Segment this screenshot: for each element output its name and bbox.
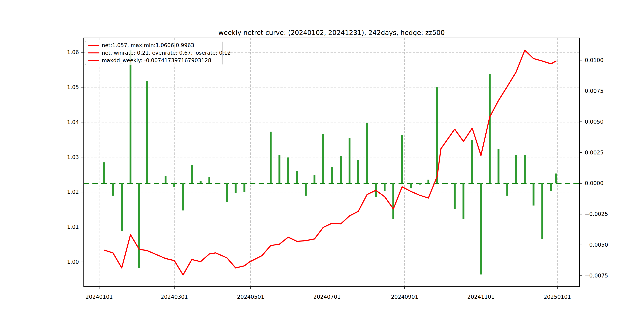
- weekly-return-bar: [287, 158, 289, 183]
- weekly-return-bar: [200, 181, 202, 183]
- weekly-return-bar: [515, 155, 517, 183]
- legend-label-net: net:1.057, max|min:1.0606|0.9963: [102, 42, 194, 48]
- legend: net:1.057, max|min:1.0606|0.9963 net, wi…: [85, 41, 231, 65]
- weekly-return-bar: [164, 176, 166, 183]
- weekly-return-bar: [471, 140, 473, 184]
- weekly-return-bar: [489, 74, 491, 183]
- x-tick-label: 20250101: [544, 294, 571, 300]
- right-tick-label: 0.0075: [585, 88, 604, 94]
- left-tick-label: 1.00: [67, 259, 79, 265]
- chart-title: weekly netret curve: (20240102, 20241231…: [218, 29, 445, 36]
- right-tick-label: 0.0050: [585, 119, 604, 125]
- weekly-return-bar: [349, 138, 350, 183]
- x-tick-label: 20240301: [160, 294, 188, 300]
- weekly-return-bar: [480, 183, 482, 274]
- left-tick-label: 1.01: [67, 224, 79, 230]
- weekly-return-bar: [454, 183, 456, 209]
- chart-canvas: 2024010120240301202405012024070120240901…: [0, 0, 644, 322]
- weekly-return-bar: [226, 183, 228, 202]
- weekly-return-bar: [244, 183, 246, 192]
- weekly-return-bar: [366, 123, 368, 184]
- weekly-return-bar: [121, 183, 123, 231]
- weekly-return-bar: [235, 183, 237, 193]
- weekly-return-bar: [462, 183, 464, 219]
- right-tick-label: −0.0025: [585, 211, 608, 217]
- weekly-return-bar: [401, 135, 403, 184]
- left-tick-label: 1.06: [67, 49, 79, 55]
- weekly-return-bar: [103, 162, 105, 183]
- weekly-return-bar: [130, 50, 132, 183]
- x-tick-label: 20241101: [467, 294, 494, 300]
- weekly-return-bar: [533, 183, 535, 206]
- weekly-return-bar: [208, 177, 210, 183]
- weekly-return-bar: [542, 183, 544, 239]
- x-tick-label: 20240501: [237, 294, 264, 300]
- weekly-return-bar: [550, 183, 552, 190]
- weekly-return-bar: [182, 183, 184, 210]
- weekly-return-bar: [191, 165, 193, 183]
- right-tick-label: −0.0050: [585, 242, 608, 248]
- weekly-return-bar: [498, 149, 500, 183]
- weekly-return-bar: [410, 183, 412, 188]
- weekly-return-bar: [506, 183, 508, 196]
- weekly-return-bar: [392, 183, 394, 219]
- weekly-return-bar: [331, 167, 333, 184]
- right-tick-label: 0.0000: [585, 180, 604, 186]
- legend-label-winrate: net, winrate: 0.21, evenrate: 0.67, lose…: [102, 50, 231, 56]
- right-tick-label: 0.0100: [585, 57, 604, 63]
- weekly-return-bar: [358, 160, 359, 184]
- left-tick-label: 1.05: [67, 84, 79, 90]
- weekly-return-bar: [428, 180, 430, 184]
- weekly-return-bar: [138, 183, 140, 268]
- weekly-return-bar: [270, 132, 272, 183]
- weekly-return-bar: [305, 183, 307, 196]
- weekly-return-bar: [418, 183, 420, 184]
- left-tick-label: 1.02: [67, 189, 79, 195]
- x-tick-label: 20240701: [313, 294, 340, 300]
- right-tick-label: 0.0025: [585, 150, 604, 156]
- weekly-return-bar: [278, 155, 280, 183]
- weekly-return-bar: [146, 81, 148, 183]
- weekly-return-bar: [340, 156, 342, 183]
- weekly-return-bar: [173, 183, 175, 187]
- x-tick-label: 20240901: [391, 294, 418, 300]
- weekly-return-bar: [555, 174, 557, 184]
- weekly-return-bar: [112, 183, 114, 196]
- left-tick-label: 1.03: [67, 154, 79, 160]
- right-tick-label: −0.0075: [585, 272, 608, 279]
- weekly-return-bar: [524, 155, 526, 183]
- weekly-return-bar: [314, 175, 316, 183]
- weekly-return-bar: [322, 134, 324, 184]
- left-tick-label: 1.04: [67, 119, 79, 125]
- legend-label-maxdd: maxdd_weekly: -0.007417397167903128: [102, 57, 211, 64]
- x-tick-label: 20240101: [86, 294, 113, 300]
- weekly-return-bar: [296, 171, 298, 183]
- weekly-return-bar: [384, 183, 386, 190]
